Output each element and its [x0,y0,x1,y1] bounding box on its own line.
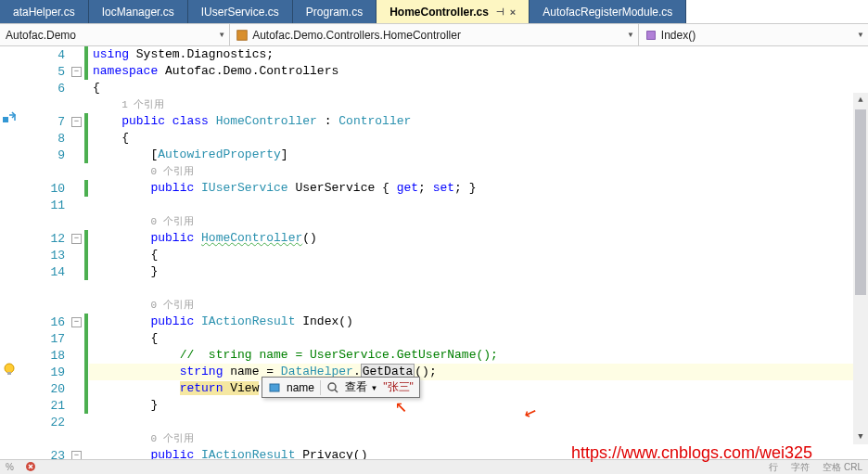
line-number: 20 [32,380,65,397]
svg-point-6 [328,383,336,391]
tab-program[interactable]: Program.cs [293,0,377,23]
datatip-value: "张三" [383,379,414,395]
tab-homecontroller[interactable]: HomeController.cs ⊣ × [377,0,530,23]
line-number-gutter: 4 5 6 7 8 9 10 11 12 13 14 16 17 18 19 2… [32,46,70,459]
line-number: 6 [32,80,65,96]
chevron-down-icon: ▼ [857,31,864,39]
debug-datatip[interactable]: name 查看 ▼ "张三" [262,377,420,398]
line-number: 14 [32,263,65,280]
line-number [32,96,65,113]
chevron-down-icon: ▼ [627,31,634,39]
nav-member-dropdown[interactable]: Index()▼ [639,24,868,45]
navigation-bar: Autofac.Demo▼ Autofac.Demo.Controllers.H… [0,24,868,46]
line-number [32,430,65,447]
tab-datahelper[interactable]: ataHelper.cs [0,0,89,23]
scrollbar-thumb[interactable] [855,109,866,295]
lightbulb-icon[interactable] [2,362,17,377]
line-number: 7 [32,113,65,130]
search-icon[interactable] [326,381,339,394]
line-number: 4 [32,46,65,63]
zoom-percent: % [6,462,14,472]
fold-toggle[interactable]: − [71,67,82,77]
line-number: 12 [32,230,65,247]
status-misc: 空格 CRL [823,461,862,474]
line-number: 19 [32,364,65,380]
line-number: 9 [32,147,65,163]
tab-iuserservice[interactable]: IUserService.cs [188,0,293,23]
line-number [32,163,65,180]
svg-point-3 [5,364,14,373]
datatip-view-label[interactable]: 查看 ▼ [345,379,377,395]
line-number: 10 [32,180,65,197]
document-tab-bar: ataHelper.cs IocManager.cs IUserService.… [0,0,868,24]
nav-project-dropdown[interactable]: Autofac.Demo▼ [0,24,230,45]
line-number: 11 [32,197,65,213]
svg-rect-1 [646,31,655,39]
line-number: 21 [32,397,65,414]
pin-icon[interactable]: ⊣ [496,6,504,17]
svg-line-7 [335,390,338,392]
fold-toggle[interactable]: − [71,117,82,127]
watermark-link: https://www.cnblogs.com/wei325 [571,443,812,463]
line-number: 18 [32,347,65,364]
svg-rect-0 [237,30,248,40]
line-number: 8 [32,130,65,147]
line-number: 5 [32,63,65,80]
svg-rect-2 [3,117,8,122]
line-number: 13 [32,247,65,263]
folding-gutter: − − − − − [70,46,83,459]
code-text-area[interactable]: using System.Diagnostics; namespace Auto… [89,46,868,459]
line-number: 22 [32,414,65,430]
fold-toggle[interactable]: − [71,317,82,327]
tab-iocmanager[interactable]: IocManager.cs [89,0,188,23]
tab-autofacregistermodule[interactable]: AutofacRegisterModule.cs [530,0,686,23]
datatip-variable: name [287,381,314,394]
nav-class-dropdown[interactable]: Autofac.Demo.Controllers.HomeController▼ [230,24,639,45]
error-indicator-icon[interactable] [25,461,36,474]
field-icon [268,381,281,394]
line-number [32,280,65,297]
close-icon[interactable]: × [510,6,516,18]
line-number [32,297,65,314]
separator [320,380,321,395]
line-number: 17 [32,330,65,347]
svg-rect-5 [270,384,279,391]
line-number: 16 [32,314,65,330]
fold-toggle[interactable]: − [71,234,82,244]
scroll-up-icon[interactable]: ▲ [853,93,868,108]
scroll-down-icon[interactable]: ▼ [853,429,868,444]
code-editor[interactable]: 4 5 6 7 8 9 10 11 12 13 14 16 17 18 19 2… [0,46,868,459]
method-icon [645,29,657,42]
class-icon [236,29,249,42]
glyph-margin [0,46,32,459]
chevron-down-icon: ▼ [218,31,225,39]
svg-rect-4 [7,372,11,375]
line-number [32,213,65,230]
refactor-icon[interactable] [2,111,17,126]
